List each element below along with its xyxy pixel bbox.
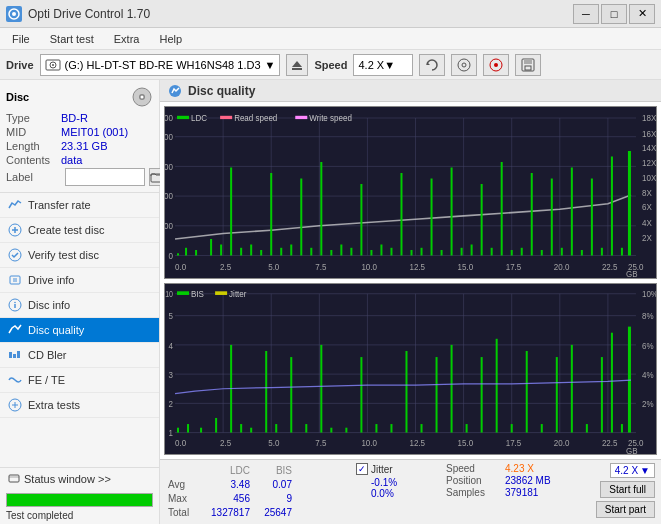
title-bar-left: Opti Drive Control 1.70 [6, 6, 150, 22]
start-part-button[interactable]: Start part [596, 501, 655, 518]
svg-text:0.0: 0.0 [175, 437, 186, 448]
verify-icon [8, 248, 22, 262]
status-window-button[interactable]: Status window >> [0, 468, 159, 490]
nav-verify-test-disc[interactable]: Verify test disc [0, 243, 159, 268]
nav-create-test-disc-label: Create test disc [28, 224, 104, 236]
start-full-button[interactable]: Start full [600, 481, 655, 498]
nav-cd-bler-label: CD Bler [28, 349, 67, 361]
length-label: Length [6, 140, 61, 152]
svg-rect-193 [466, 424, 468, 433]
disc-icon-btn[interactable] [451, 54, 477, 76]
disc-panel: Disc Type BD-R MID MEIT01 (001) Length 2… [0, 80, 159, 193]
jitter-checkbox[interactable]: ✓ [356, 463, 368, 475]
svg-rect-202 [601, 357, 603, 433]
save-icon-btn[interactable] [515, 54, 541, 76]
svg-text:100: 100 [165, 221, 173, 231]
menu-extra[interactable]: Extra [106, 31, 148, 47]
window-controls: ─ □ ✕ [573, 4, 655, 24]
chart-header: Disc quality [160, 80, 661, 102]
svg-rect-189 [405, 350, 407, 432]
disc-quality-icon [8, 323, 22, 337]
svg-rect-123 [601, 248, 603, 256]
svg-text:12.5: 12.5 [409, 437, 425, 448]
svg-rect-98 [350, 248, 352, 256]
nav-transfer-rate[interactable]: Transfer rate [0, 193, 159, 218]
svg-rect-133 [165, 284, 656, 455]
speed-dropdown-arrow[interactable]: ▼ [384, 59, 395, 71]
label-label: Label [6, 171, 61, 183]
svg-rect-200 [571, 344, 573, 432]
svg-rect-84 [210, 239, 212, 256]
svg-rect-109 [461, 248, 463, 256]
stats-bar: LDC BIS Avg 3.48 0.07 Max 456 [160, 459, 661, 524]
charts-wrapper: 0 100 200 300 400 500 18X 16X 14X 12X 10… [160, 102, 661, 459]
svg-rect-107 [441, 250, 443, 256]
svg-rect-93 [300, 179, 302, 256]
svg-rect-197 [526, 350, 528, 432]
svg-text:400: 400 [165, 132, 173, 142]
menu-start-test[interactable]: Start test [42, 31, 102, 47]
svg-rect-190 [421, 424, 423, 433]
svg-text:3: 3 [169, 369, 173, 380]
jitter-avg: -0.1% [371, 477, 436, 488]
drive-selector[interactable]: (G:) HL-DT-ST BD-RE WH16NS48 1.D3 ▼ [40, 54, 281, 76]
bottom-chart-svg: 1 2 3 4 5 10 10% 8% 6% 4% 2% 0.0 2 [165, 284, 656, 455]
nav-fe-te[interactable]: FE / TE [0, 368, 159, 393]
svg-rect-125 [621, 248, 623, 256]
svg-text:12X: 12X [642, 158, 656, 168]
svg-rect-192 [451, 344, 453, 432]
speed-selector[interactable]: 4.2 X ▼ [353, 54, 413, 76]
svg-text:0.0: 0.0 [175, 261, 186, 271]
chart-title: Disc quality [188, 84, 255, 98]
contents-label: Contents [6, 154, 61, 166]
refresh-button[interactable] [419, 54, 445, 76]
extra-tests-icon [8, 398, 22, 412]
progress-bar-container [6, 493, 153, 507]
minimize-button[interactable]: ─ [573, 4, 599, 24]
drive-label: Drive [6, 59, 34, 71]
total-ldc: 1327817 [206, 507, 256, 519]
svg-rect-121 [581, 250, 583, 256]
svg-rect-199 [556, 357, 558, 433]
menu-help[interactable]: Help [151, 31, 190, 47]
svg-rect-204 [621, 424, 623, 433]
svg-rect-198 [541, 424, 543, 433]
svg-rect-23 [10, 276, 20, 284]
speed-label: Speed [314, 59, 347, 71]
disc-length-row: Length 23.31 GB [6, 140, 153, 152]
svg-rect-102 [390, 248, 392, 256]
content-area: Disc quality [160, 80, 661, 524]
svg-rect-117 [541, 250, 543, 256]
svg-text:12.5: 12.5 [409, 261, 425, 271]
svg-rect-175 [215, 417, 217, 432]
samples-row: Samples 379181 [446, 487, 586, 498]
nav-disc-quality[interactable]: Disc quality [0, 318, 159, 343]
svg-text:200: 200 [165, 191, 173, 201]
close-button[interactable]: ✕ [629, 4, 655, 24]
svg-rect-113 [501, 162, 503, 256]
title-bar: Opti Drive Control 1.70 ─ □ ✕ [0, 0, 661, 28]
nav-disc-info[interactable]: Disc info [0, 293, 159, 318]
svg-rect-95 [320, 162, 322, 256]
drive-dropdown-arrow[interactable]: ▼ [265, 59, 276, 71]
svg-rect-82 [185, 248, 187, 256]
nav-cd-bler[interactable]: CD Bler [0, 343, 159, 368]
svg-text:7.5: 7.5 [315, 261, 326, 271]
svg-point-8 [458, 59, 470, 71]
disc-contents-row: Contents data [6, 154, 153, 166]
menu-file[interactable]: File [4, 31, 38, 47]
svg-rect-184 [330, 427, 332, 432]
svg-rect-196 [511, 424, 513, 433]
maximize-button[interactable]: □ [601, 4, 627, 24]
write-icon-btn[interactable] [483, 54, 509, 76]
label-input[interactable] [65, 168, 145, 186]
nav-create-test-disc[interactable]: Create test disc [0, 218, 159, 243]
disc-label-row: Label [6, 168, 153, 186]
svg-text:15.0: 15.0 [458, 261, 474, 271]
svg-rect-91 [280, 248, 282, 256]
nav-drive-info-label: Drive info [28, 274, 74, 286]
nav-drive-info[interactable]: Drive info [0, 268, 159, 293]
speed-dropdown[interactable]: 4.2 X ▼ [610, 463, 655, 478]
eject-button[interactable] [286, 54, 308, 76]
nav-extra-tests[interactable]: Extra tests [0, 393, 159, 418]
